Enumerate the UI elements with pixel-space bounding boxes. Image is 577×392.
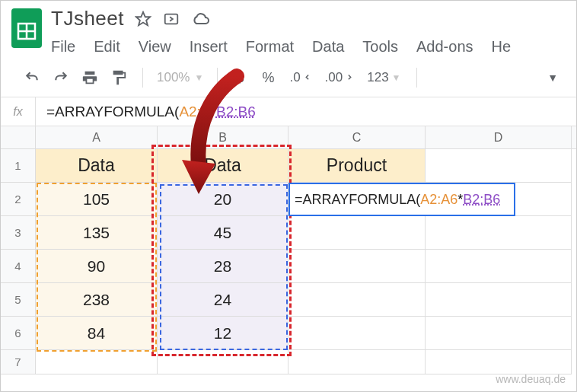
paint-format-icon[interactable] [106,66,132,89]
cell-D2[interactable] [426,183,572,216]
cell-B1[interactable]: Data [158,149,288,183]
sheets-logo-icon [10,7,43,49]
row-header[interactable]: 2 [1,183,36,216]
cell-D3[interactable] [426,216,572,250]
row-header[interactable]: 3 [1,216,36,250]
cell-D1[interactable] [426,149,572,183]
cell-B7[interactable] [158,350,288,374]
cell-C5[interactable] [288,283,426,317]
cell-B4[interactable]: 28 [158,250,288,283]
cell-A2[interactable]: 105 [36,183,158,216]
more-formats-button[interactable]: 123 ▼ [362,70,405,85]
cell-A4[interactable]: 90 [36,250,158,283]
cell-C1[interactable]: Product [288,149,426,183]
menu-edit[interactable]: Edit [94,38,120,56]
chevron-down-icon: ▼ [194,72,203,83]
document-title[interactable]: TJsheet [51,7,124,30]
menu-tools[interactable]: Tools [362,38,398,56]
format-percent-button[interactable]: % [254,70,282,86]
menu-view[interactable]: View [139,38,171,56]
menu-data[interactable]: Data [312,38,344,56]
menu-insert[interactable]: Insert [190,38,228,56]
cell-C6[interactable] [288,317,426,350]
spreadsheet-grid: A B C D 1 Data Data Product 2 105 20 3 1… [1,126,576,374]
col-header-B[interactable]: B [158,126,288,148]
col-header-D[interactable]: D [426,126,572,148]
menu-format[interactable]: Format [246,38,294,56]
decrease-decimal-button[interactable]: .0 [285,67,317,88]
row-header[interactable]: 1 [1,149,36,183]
cell-C4[interactable] [288,250,426,283]
cell-A6[interactable]: 84 [36,317,158,350]
cell-C3[interactable] [288,216,426,250]
cell-D5[interactable] [426,283,572,317]
format-currency-button[interactable]: $ [228,70,251,86]
formula-bar: fx =ARRAYFORMULA(A2:A*B2:B6 [1,97,576,126]
toolbar: 100% ▼ $ % .0 .00 123 ▼ ▼ [1,56,576,97]
row-header[interactable]: 5 [1,283,36,317]
cell-D4[interactable] [426,250,572,283]
undo-icon[interactable] [19,67,45,88]
svg-rect-5 [165,14,178,24]
chevron-down-icon: ▼ [392,72,401,83]
select-all-corner[interactable] [1,126,36,149]
toolbar-more-icon[interactable]: ▼ [547,72,564,84]
cell-B3[interactable]: 45 [158,216,288,250]
cell-C7[interactable] [288,350,426,374]
cell-B6[interactable]: 12 [158,317,288,350]
menu-addons[interactable]: Add-ons [416,38,473,56]
formula-input[interactable]: =ARRAYFORMULA(A2:A*B2:B6 [36,104,576,120]
menu-file[interactable]: File [51,38,75,56]
cell-C2[interactable] [288,183,426,216]
row-header[interactable]: 6 [1,317,36,350]
move-icon[interactable] [162,11,180,27]
svg-marker-4 [136,11,150,24]
print-icon[interactable] [77,66,103,89]
menu-bar: File Edit View Insert Format Data Tools … [51,33,511,56]
increase-decimal-button[interactable]: .00 [320,67,360,88]
col-header-C[interactable]: C [288,126,426,148]
col-header-A[interactable]: A [36,126,158,148]
cell-D6[interactable] [426,317,572,350]
row-header[interactable]: 4 [1,250,36,283]
cell-A1[interactable]: Data [36,149,158,183]
redo-icon[interactable] [48,67,74,88]
cell-A3[interactable]: 135 [36,216,158,250]
row-header[interactable]: 7 [1,350,36,374]
zoom-value: 100% [157,70,190,85]
watermark-text: www.deuaq.de [496,373,566,385]
cell-A5[interactable]: 238 [36,283,158,317]
cloud-status-icon[interactable] [191,11,211,27]
fx-icon: fx [1,97,36,126]
cell-B2[interactable]: 20 [158,183,288,216]
cell-B5[interactable]: 24 [158,283,288,317]
star-icon[interactable] [135,11,151,27]
zoom-select[interactable]: 100% ▼ [154,70,206,85]
cell-A7[interactable] [36,350,158,374]
cell-D7[interactable] [426,350,572,374]
menu-help[interactable]: He [492,38,512,56]
